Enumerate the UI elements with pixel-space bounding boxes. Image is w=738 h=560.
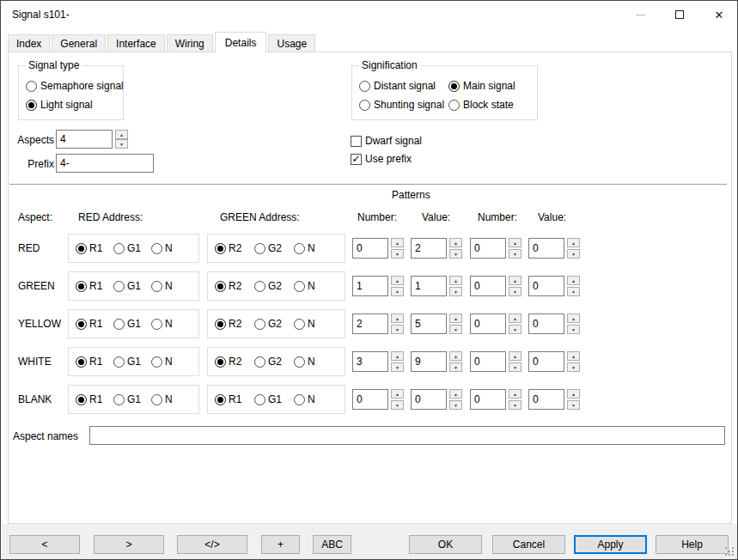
option-g1[interactable]: G1	[113, 318, 141, 330]
tab-index[interactable]: Index	[8, 34, 50, 52]
value1-input[interactable]	[411, 276, 447, 296]
radio-icon[interactable]	[294, 394, 305, 405]
spin-up-icon[interactable]: ▲	[449, 351, 462, 361]
number2-spinner[interactable]: ▲▼	[509, 313, 521, 334]
maximize-button[interactable]	[660, 1, 699, 28]
option-main-signal[interactable]: Main signal	[448, 80, 515, 92]
spin-up-icon[interactable]: ▲	[567, 389, 580, 399]
radio-icon[interactable]	[151, 319, 162, 330]
radio-icon[interactable]	[215, 243, 226, 254]
spin-up-icon[interactable]: ▲	[509, 238, 521, 247]
radio-icon[interactable]	[26, 81, 37, 92]
number2-input[interactable]	[470, 389, 506, 410]
cancel-button[interactable]: Cancel	[492, 535, 565, 554]
radio-icon[interactable]	[215, 281, 226, 292]
number1-spinner[interactable]: ▲▼	[391, 238, 404, 259]
option-n[interactable]: N	[151, 242, 173, 254]
number2-spinner[interactable]: ▲▼	[509, 389, 521, 410]
prefix-input[interactable]	[56, 154, 154, 173]
radio-icon[interactable]	[76, 394, 87, 405]
spin-up-icon[interactable]: ▲	[449, 313, 462, 323]
option-r2[interactable]: R2	[215, 280, 241, 292]
option-g2[interactable]: G2	[254, 318, 282, 330]
spin-down-icon[interactable]: ▼	[509, 362, 521, 372]
number1-spinner[interactable]: ▲▼	[391, 276, 404, 296]
use-prefix-checkbox[interactable]: ✓ Use prefix	[351, 153, 412, 165]
option-g1[interactable]: G1	[254, 393, 282, 405]
number1-spinner[interactable]: ▲▼	[391, 313, 404, 334]
minimize-button[interactable]	[620, 1, 660, 28]
abc-button[interactable]: ABC	[313, 535, 351, 554]
radio-icon[interactable]	[113, 356, 125, 368]
option-n[interactable]: N	[151, 393, 173, 405]
value1-spinner[interactable]: ▲▼	[449, 351, 462, 372]
value2-spinner[interactable]: ▲▼	[567, 238, 580, 259]
option-shunting-signal[interactable]: Shunting signal	[359, 99, 444, 111]
spin-up-icon[interactable]: ▲	[449, 389, 462, 399]
spin-down-icon[interactable]: ▼	[449, 249, 462, 259]
option-r1[interactable]: R1	[76, 242, 102, 254]
number1-input[interactable]	[352, 313, 388, 334]
radio-icon[interactable]	[294, 243, 305, 254]
spin-down-icon[interactable]: ▼	[449, 362, 462, 372]
resize-grip[interactable]	[725, 547, 735, 557]
spin-down-icon[interactable]: ▼	[567, 400, 580, 410]
dwarf-signal-checkbox[interactable]: ✓ Dwarf signal	[351, 135, 422, 147]
radio-icon[interactable]	[151, 356, 162, 368]
radio-icon[interactable]	[294, 319, 305, 330]
spin-up-icon[interactable]: ▲	[391, 238, 404, 247]
radio-icon[interactable]	[76, 281, 87, 292]
value1-spinner[interactable]: ▲▼	[449, 313, 462, 334]
tab-usage[interactable]: Usage	[268, 34, 315, 52]
spin-up-icon[interactable]: ▲	[509, 389, 521, 399]
radio-icon[interactable]	[254, 319, 265, 330]
option-g1[interactable]: G1	[113, 393, 141, 405]
value2-input[interactable]	[528, 389, 564, 410]
option-n[interactable]: N	[294, 242, 315, 254]
radio-icon[interactable]	[151, 394, 162, 405]
option-n[interactable]: N	[294, 356, 315, 368]
option-g1[interactable]: G1	[113, 242, 141, 254]
number1-input[interactable]	[352, 351, 388, 372]
number1-spinner[interactable]: ▲▼	[391, 351, 404, 372]
spin-up-icon[interactable]: ▲	[567, 276, 580, 285]
value2-spinner[interactable]: ▲▼	[567, 389, 580, 410]
radio-icon[interactable]	[359, 100, 370, 111]
option-n[interactable]: N	[294, 393, 315, 405]
radio-icon[interactable]	[215, 319, 226, 330]
spin-up-icon[interactable]: ▲	[391, 351, 404, 361]
option-r2[interactable]: R2	[215, 356, 241, 368]
radio-icon[interactable]	[359, 81, 370, 92]
spin-up-icon[interactable]: ▲	[509, 313, 521, 323]
option-r1[interactable]: R1	[76, 280, 102, 292]
option-g2[interactable]: G2	[254, 280, 282, 292]
checkbox-icon[interactable]: ✓	[351, 154, 362, 165]
option-r1[interactable]: R1	[76, 318, 102, 330]
radio-icon[interactable]	[113, 243, 125, 254]
value2-input[interactable]	[528, 276, 564, 296]
spin-down-icon[interactable]: ▼	[567, 325, 580, 334]
spin-up-icon[interactable]: ▲	[567, 351, 580, 361]
number2-input[interactable]	[470, 238, 506, 259]
number2-input[interactable]	[470, 313, 506, 334]
radio-icon[interactable]	[113, 319, 125, 330]
number2-spinner[interactable]: ▲▼	[509, 238, 521, 259]
value2-spinner[interactable]: ▲▼	[567, 313, 580, 334]
tab-wiring[interactable]: Wiring	[167, 34, 213, 52]
radio-icon[interactable]	[448, 81, 460, 92]
option-distant-signal[interactable]: Distant signal	[359, 80, 436, 92]
option-block-state[interactable]: Block state	[448, 99, 514, 111]
add-button[interactable]: +	[261, 535, 300, 554]
code-button[interactable]: </>	[177, 535, 247, 554]
spin-up-icon[interactable]: ▲	[449, 238, 462, 247]
spin-up-icon[interactable]: ▲	[391, 313, 404, 323]
value1-input[interactable]	[411, 238, 447, 259]
number2-input[interactable]	[470, 276, 506, 296]
number1-input[interactable]	[352, 238, 388, 259]
value2-input[interactable]	[528, 313, 564, 334]
radio-icon[interactable]	[76, 319, 87, 330]
option-r1[interactable]: R1	[215, 393, 241, 405]
radio-icon[interactable]	[76, 356, 87, 368]
radio-icon[interactable]	[254, 243, 265, 254]
option-r2[interactable]: R2	[215, 242, 241, 254]
